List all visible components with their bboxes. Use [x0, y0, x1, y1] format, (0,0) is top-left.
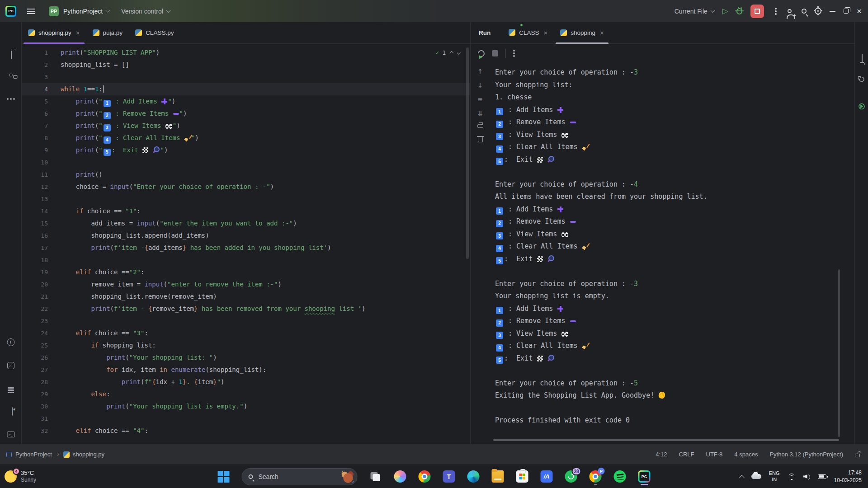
run-config-selector[interactable]: Current File: [675, 8, 714, 15]
down-stack-icon[interactable]: ↓: [477, 82, 483, 89]
more-actions-icon[interactable]: [775, 10, 777, 12]
emoji-eyes-icon: [561, 232, 568, 237]
rerun-button[interactable]: [476, 48, 486, 58]
battery-icon[interactable]: [818, 474, 826, 479]
edge-icon[interactable]: [467, 470, 480, 483]
window-minimize-button[interactable]: [830, 11, 835, 12]
clear-console-icon[interactable]: [478, 137, 483, 142]
pycharm-taskbar-icon[interactable]: [638, 470, 651, 483]
code-text: if shopping_list:: [54, 339, 156, 352]
line-number: 28: [22, 376, 54, 388]
main-menu-icon[interactable]: [27, 9, 35, 14]
scroll-to-end-icon[interactable]: ⇊: [477, 110, 483, 117]
tab-close-icon[interactable]: ×: [600, 29, 604, 37]
notifications-bell-icon[interactable]: [862, 54, 863, 62]
run-button[interactable]: ▷: [722, 7, 728, 15]
print-console-icon[interactable]: [477, 124, 483, 128]
stop-button[interactable]: [750, 5, 764, 18]
line-ending[interactable]: CRLF: [679, 451, 694, 458]
coding-agent-icon[interactable]: [858, 103, 865, 110]
tray-expand-icon[interactable]: [739, 475, 744, 480]
breadcrumb-file[interactable]: shopping.py: [73, 451, 104, 458]
python-packages-icon[interactable]: [8, 387, 14, 389]
slash-a-app-icon[interactable]: /A: [541, 470, 553, 483]
python-console-icon[interactable]: [7, 362, 14, 369]
ai-assistant-icon[interactable]: [858, 75, 865, 83]
chrome-profile-icon[interactable]: P: [590, 470, 602, 483]
spotify-icon[interactable]: [614, 470, 626, 483]
debug-button[interactable]: [736, 8, 742, 14]
line-number: 22: [22, 303, 54, 315]
tab-label: puja.py: [103, 29, 123, 36]
console-vertical-scrollbar[interactable]: [838, 269, 840, 437]
run-tab-shopping[interactable]: shopping ×: [554, 22, 610, 43]
task-view-button[interactable]: [370, 470, 382, 483]
taskbar-search[interactable]: Search: [242, 468, 358, 485]
clock-widget[interactable]: 17:48 10-03-2025: [834, 469, 862, 483]
next-problem-icon[interactable]: [457, 51, 461, 54]
emoji-keycap-2: 2: [496, 319, 503, 327]
microsoft-store-icon[interactable]: [516, 470, 528, 483]
wifi-icon[interactable]: [788, 474, 796, 480]
soft-wrap-icon[interactable]: ≡: [477, 96, 483, 103]
chrome-icon[interactable]: [419, 470, 431, 483]
window-close-button[interactable]: ×: [857, 7, 862, 15]
project-tool-icon[interactable]: [11, 51, 12, 59]
onedrive-icon[interactable]: [751, 474, 761, 479]
emoji-flag-icon: [537, 356, 543, 361]
volume-icon[interactable]: [803, 474, 810, 479]
code-line-19: 19 elif choice =="2":: [22, 266, 470, 278]
tab-class-py[interactable]: CLASS.py: [129, 22, 180, 43]
terminal-tool-icon[interactable]: >_: [7, 432, 14, 437]
file-encoding[interactable]: UTF-8: [706, 451, 723, 458]
start-button[interactable]: [218, 471, 230, 483]
copilot-icon[interactable]: [394, 470, 406, 483]
services-tool-icon[interactable]: [12, 407, 13, 416]
search-highlight-graphic: [341, 470, 354, 483]
console-options-icon[interactable]: [513, 52, 515, 54]
caret-position[interactable]: 4:12: [656, 451, 667, 458]
settings-gear-icon[interactable]: [815, 8, 821, 14]
console-line-14: 3 : View Items: [495, 228, 836, 241]
tab-close-icon[interactable]: ×: [544, 29, 548, 37]
breadcrumb-project[interactable]: PythonProject: [15, 451, 52, 458]
console-line-23: 4 : Clear All Items: [495, 340, 836, 352]
run-tab-class[interactable]: CLASS ×: [502, 22, 554, 43]
editor-scrollbar[interactable]: [466, 47, 469, 259]
tab-close-icon[interactable]: ×: [76, 29, 80, 37]
teams-icon[interactable]: T: [443, 470, 455, 483]
console-horizontal-scrollbar[interactable]: [493, 439, 839, 441]
tab-puja-py[interactable]: puja.py: [86, 22, 129, 43]
code-line-30: 30 print("Your shopping list is empty."): [22, 400, 470, 413]
console-output[interactable]: Enter your choice of operation : -3Your …: [490, 63, 836, 436]
prev-problem-icon[interactable]: [450, 51, 453, 54]
inspection-widget[interactable]: ✓ 1: [435, 49, 460, 56]
window-restore-button[interactable]: [844, 9, 849, 14]
problems-tool-icon[interactable]: !: [7, 338, 14, 346]
code-text: [54, 315, 61, 327]
code-line-4: 4while 1==1:: [22, 83, 470, 95]
stop-disabled-button[interactable]: [492, 50, 498, 56]
whatsapp-icon[interactable]: 28: [565, 470, 577, 483]
indent-setting[interactable]: 4 spaces: [734, 451, 758, 458]
more-tool-windows-icon[interactable]: [10, 98, 12, 100]
vcs-menu[interactable]: Version control: [121, 8, 170, 15]
add-user-icon[interactable]: [788, 9, 792, 13]
project-avatar: PP: [49, 6, 59, 16]
language-switcher[interactable]: ENGIN: [769, 470, 780, 482]
weather-widget[interactable]: 4 35°C Sunny: [5, 469, 36, 483]
running-app-indicator: [594, 484, 597, 485]
interpreter[interactable]: Python 3.12 (PythonProject): [769, 451, 843, 458]
code-line-16: 16 shopping_list.append(add_items): [22, 230, 470, 242]
project-selector[interactable]: PythonProject: [63, 8, 109, 15]
code-line-13: 13: [22, 193, 470, 205]
structure-tool-icon[interactable]: [9, 74, 12, 76]
line-number: 9: [22, 144, 54, 156]
search-everywhere-icon[interactable]: [802, 9, 807, 14]
tab-shopping-py[interactable]: shopping.py ×: [22, 22, 86, 43]
up-stack-icon[interactable]: ↑: [477, 68, 483, 75]
code-editor[interactable]: ✓ 1 1print("SHOPPING LIST APP")2shopping…: [22, 44, 470, 443]
file-explorer-icon[interactable]: [492, 470, 504, 483]
tab-label: CLASS.py: [146, 29, 174, 36]
readonly-lock-icon[interactable]: [855, 454, 860, 457]
